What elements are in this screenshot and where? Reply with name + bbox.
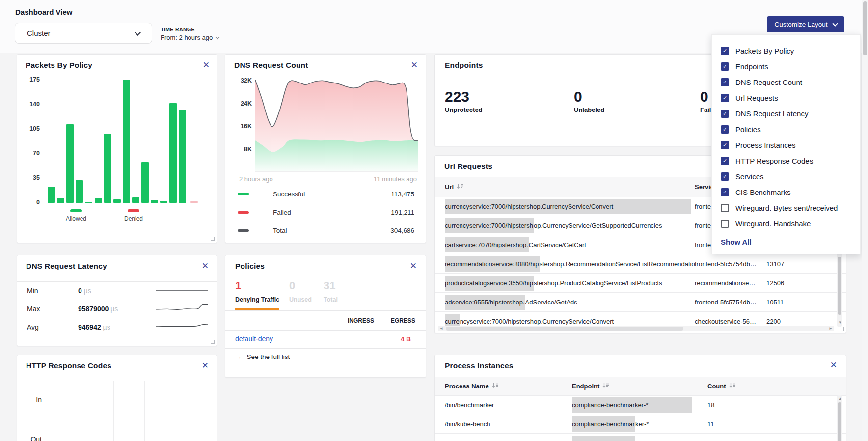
menu-item-label: Packets By Policy (735, 47, 794, 55)
close-icon[interactable]: ✕ (830, 361, 837, 369)
latency-number: 0 (78, 287, 82, 295)
divider (225, 310, 426, 311)
y-axis-tick: 105 (23, 125, 40, 132)
scrollbar-thumb[interactable] (838, 402, 841, 441)
tab-value: 0 (289, 280, 312, 292)
checkbox-checked[interactable]: ✓ (721, 94, 729, 102)
process-name-cell: benchmarker (445, 440, 572, 441)
legend-value: 191,211 (391, 209, 414, 216)
tab-unused[interactable]: 0Unused (289, 280, 312, 303)
time-range-value: From: 2 hours ago (161, 34, 213, 41)
horizontal-scrollbar[interactable]: ◄ ► (438, 326, 834, 331)
sort-icon[interactable] (602, 383, 609, 390)
resize-handle[interactable] (840, 327, 844, 331)
legend-row: Successful113,475 (231, 185, 420, 203)
see-full-list-link[interactable]: → See the full list (235, 353, 290, 360)
latency-number: 95879000 (78, 305, 108, 313)
menu-item[interactable]: ✓DNS Request Count (721, 74, 860, 90)
menu-item[interactable]: Wireguard. Bytes sent/received (721, 200, 860, 216)
menu-item[interactable]: ✓Packets By Policy (721, 43, 860, 58)
menu-item-label: Url Requests (735, 94, 778, 102)
sort-icon[interactable] (492, 383, 499, 390)
checkbox-checked[interactable]: ✓ (721, 47, 729, 55)
checkbox-checked[interactable]: ✓ (721, 188, 729, 196)
menu-item[interactable]: ✓Services (721, 168, 860, 184)
card-title: Packets By Policy (26, 61, 92, 70)
column-header-endpoint[interactable]: Endpoint (572, 383, 707, 390)
legend-swatch (238, 229, 249, 232)
menu-item[interactable]: ✓Url Requests (721, 90, 860, 106)
column-header-count[interactable]: Count (707, 383, 846, 390)
time-range-control[interactable]: TIME RANGE From: 2 hours ago (161, 27, 219, 41)
menu-item[interactable]: ✓CIS Benchmarks (721, 184, 860, 200)
vertical-scrollbar[interactable]: ▲ (837, 395, 842, 441)
close-icon[interactable]: ✕ (411, 61, 418, 69)
menu-item[interactable]: ✓Process Instances (721, 137, 860, 153)
url-text: CartService/GetCart (529, 241, 586, 248)
checkbox-checked[interactable]: ✓ (721, 62, 729, 71)
y-axis-tick: 0 (23, 199, 40, 206)
scrollbar-thumb[interactable] (446, 327, 683, 331)
menu-item[interactable]: ✓Policies (721, 121, 860, 137)
dns-area-chart (255, 74, 418, 172)
close-icon[interactable]: ✕ (202, 361, 209, 370)
metric-value: 0 (574, 89, 604, 105)
tab-denying-traffic[interactable]: 1Denying Traffic (235, 280, 279, 303)
menu-item[interactable]: ✓DNS Request Latency (721, 106, 860, 121)
scroll-down-icon[interactable]: ▼ (838, 321, 842, 325)
page-scrollbar[interactable] (862, 0, 868, 441)
checkbox-checked[interactable]: ✓ (721, 172, 729, 181)
gridline (113, 381, 114, 441)
highlighted-text: compliance-benchmarker-* (572, 397, 692, 413)
latency-row: Max95879000 µs (17, 300, 217, 318)
scrollbar-thumb[interactable] (863, 1, 867, 55)
menu-item[interactable]: Wireguard. Handshake (721, 216, 860, 231)
tab-total[interactable]: 31Total (324, 280, 338, 303)
scroll-left-icon[interactable]: ◄ (439, 327, 443, 331)
legend-value: 113,475 (391, 191, 414, 198)
y-axis-tick: 35 (23, 174, 40, 181)
column-header-process-name[interactable]: Process Name (445, 383, 572, 390)
scrollbar-thumb[interactable] (838, 257, 841, 315)
time-range-label: TIME RANGE (161, 27, 219, 32)
row-label: Out (25, 435, 42, 441)
legend-label: Failed (273, 209, 291, 216)
column-header-url[interactable]: Url (445, 183, 695, 191)
latency-metric-label: Min (17, 287, 78, 295)
menu-item-label: Services (735, 172, 764, 181)
table-row: benchmarkercompliance-benchmarker-*9 (435, 434, 846, 441)
checkbox-checked[interactable]: ✓ (721, 125, 729, 134)
tab-value: 1 (235, 280, 279, 292)
legend-label: Successful (273, 191, 305, 198)
resize-handle[interactable] (211, 340, 215, 344)
menu-item-label: Wireguard. Bytes sent/received (735, 204, 838, 212)
resize-handle[interactable] (211, 237, 215, 241)
scroll-up-icon[interactable]: ▲ (838, 397, 842, 401)
card-dns-request-latency: DNS Request Latency ✕ Min0 µsMax95879000… (17, 255, 217, 346)
sort-icon[interactable] (457, 183, 463, 191)
menu-item[interactable]: ✓Endpoints (721, 58, 860, 74)
checkbox-checked[interactable]: ✓ (721, 110, 729, 118)
show-all-link[interactable]: Show All (721, 238, 860, 246)
bar-allowed (48, 187, 55, 203)
sort-icon[interactable] (729, 383, 736, 390)
checkbox-unchecked[interactable] (721, 220, 729, 228)
metric-label: Unlabeled (574, 106, 604, 113)
service-cell: checkoutservice-56… (695, 318, 766, 325)
process-name-cell: /bin/benchmarker (445, 401, 572, 409)
close-icon[interactable]: ✕ (202, 262, 209, 270)
policy-link-default-deny[interactable]: default-deny (235, 335, 273, 343)
menu-item[interactable]: ✓HTTP Response Codes (721, 153, 860, 168)
close-icon[interactable]: ✕ (203, 61, 210, 69)
checkbox-checked[interactable]: ✓ (721, 141, 729, 149)
menu-item-label: CIS Benchmarks (735, 188, 791, 196)
close-icon[interactable]: ✕ (410, 262, 417, 270)
checkbox-unchecked[interactable] (721, 204, 729, 212)
checkbox-checked[interactable]: ✓ (721, 78, 729, 86)
view-selector[interactable]: Cluster (15, 23, 152, 44)
customize-layout-button[interactable]: Customize Layout (767, 16, 844, 32)
checkbox-checked[interactable]: ✓ (721, 157, 729, 165)
y-axis-tick: 70 (23, 150, 40, 157)
scroll-right-icon[interactable]: ► (829, 327, 833, 331)
endpoint-cell: compliance-benchmarker-* (572, 416, 707, 432)
